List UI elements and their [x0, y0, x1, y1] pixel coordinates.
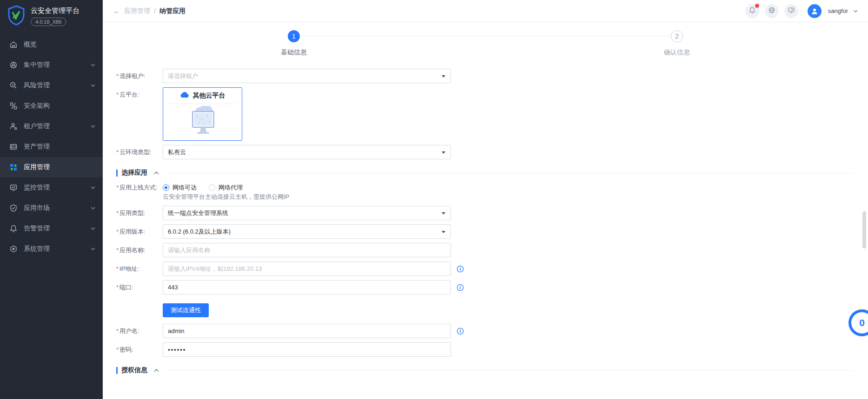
- app-name-row: *应用名称:: [116, 243, 854, 257]
- home-icon: [9, 40, 18, 49]
- chevron-down-icon: [91, 84, 95, 87]
- section-title: 选择应用: [121, 169, 147, 177]
- version-badge: 4.0.18_X86: [31, 18, 66, 26]
- user-menu-chevron-icon[interactable]: [854, 10, 858, 13]
- password-row: *密码:: [116, 342, 854, 357]
- vertical-scrollbar-thumb[interactable]: [862, 211, 866, 249]
- tenant-select[interactable]: 请选择租户: [163, 69, 451, 83]
- chevron-down-icon: [91, 125, 95, 128]
- info-icon[interactable]: [457, 265, 464, 273]
- sidebar-item-app-market[interactable]: 应用市场: [0, 198, 103, 218]
- tenant-label: *选择租户:: [116, 72, 163, 80]
- app-grid-icon: [9, 163, 18, 171]
- app-version-row: *应用版本: 6.0.2 (6.0.2及以上版本): [116, 224, 854, 239]
- app-name-input[interactable]: [163, 243, 451, 257]
- sidebar-item-label: 告警管理: [24, 224, 50, 233]
- market-shield-icon: [9, 204, 18, 212]
- app-version-label: *应用版本:: [116, 228, 163, 236]
- online-mode-hint: 云安全管理平台主动连接云主机，需提供公网IP: [163, 193, 854, 201]
- sidebar-item-asset-manage[interactable]: 资产管理: [0, 137, 103, 157]
- port-input[interactable]: [163, 280, 451, 294]
- notification-button[interactable]: [745, 4, 759, 18]
- app-root: 云安全管理平台 4.0.18_X86 概览 集中管理: [0, 0, 868, 399]
- username-row: *用户名:: [116, 324, 854, 338]
- collapse-chevron-up-icon[interactable]: [154, 171, 159, 175]
- risk-search-icon: [9, 81, 18, 90]
- app-version-select[interactable]: 6.0.2 (6.0.2及以上版本): [163, 224, 451, 239]
- test-connectivity-button[interactable]: 测试连通性: [163, 303, 209, 317]
- radio-network-proxy[interactable]: 网络代理: [209, 183, 243, 192]
- radio-selected-icon: [163, 184, 169, 191]
- step-1-circle: 1: [288, 30, 300, 42]
- sidebar-item-label: 安全架构: [24, 102, 50, 110]
- sidebar-item-tenant-manage[interactable]: 租户管理: [0, 116, 103, 137]
- sidebar-item-label: 风险管理: [24, 81, 50, 90]
- username-label[interactable]: sangfor: [828, 7, 848, 14]
- breadcrumb: ← 应用管理 / 纳管应用: [113, 7, 186, 15]
- sidebar-item-system-manage[interactable]: 系统管理: [0, 239, 103, 259]
- sidebar-item-label: 集中管理: [24, 61, 50, 69]
- sidebar-item-label: 应用管理: [24, 163, 50, 171]
- password-label: *密码:: [116, 346, 163, 354]
- sidebar-item-security-arch[interactable]: 安全架构: [0, 96, 103, 116]
- sidebar-item-overview[interactable]: 概览: [0, 34, 103, 55]
- required-asterisk: *: [116, 149, 119, 156]
- required-asterisk: *: [116, 265, 119, 272]
- radio-label: 网络可达: [172, 183, 197, 192]
- required-asterisk: *: [116, 91, 119, 98]
- section-title: 授权信息: [121, 366, 147, 374]
- sidebar-item-app-manage[interactable]: 应用管理: [0, 157, 103, 177]
- cloud-env-select[interactable]: 私有云: [163, 145, 451, 159]
- breadcrumb-current: 纳管应用: [159, 7, 186, 15]
- sidebar-item-alarm-manage[interactable]: 告警管理: [0, 218, 103, 239]
- password-input[interactable]: [163, 342, 451, 357]
- step-1-label: 基础信息: [261, 48, 326, 57]
- sidebar-item-central-manage[interactable]: 集中管理: [0, 55, 103, 75]
- console-button[interactable]: [784, 4, 798, 18]
- alarm-bell-icon: [9, 224, 18, 233]
- radio-unselected-icon: [209, 184, 215, 191]
- cloud-platform-label: *云平台:: [116, 91, 163, 99]
- username-input[interactable]: [163, 324, 451, 338]
- cloud-platform-row: *云平台: 其他云平台: [116, 87, 854, 141]
- cloud-monitor-illustration: [163, 106, 242, 137]
- sidebar-item-label: 系统管理: [24, 245, 50, 253]
- sidebar-item-label: 概览: [24, 40, 37, 49]
- back-arrow-icon[interactable]: ←: [113, 7, 120, 15]
- required-asterisk: *: [116, 72, 119, 79]
- select-caret-icon: [442, 212, 445, 215]
- monitor-chart-icon: [9, 183, 18, 192]
- section-select-app: 选择应用: [116, 169, 854, 177]
- other-cloud-platform-card[interactable]: 其他云平台: [163, 87, 242, 141]
- logo-area: 云安全管理平台 4.0.18_X86: [0, 0, 103, 31]
- app-title: 云安全管理平台: [31, 7, 80, 15]
- info-icon[interactable]: [457, 284, 464, 291]
- section-divider-line: [167, 370, 854, 371]
- language-button[interactable]: [765, 4, 779, 18]
- sidebar-item-monitor-manage[interactable]: 监控管理: [0, 177, 103, 198]
- info-icon[interactable]: [457, 327, 464, 335]
- app-name-label: *应用名称:: [116, 246, 163, 255]
- app-type-label: *应用类型:: [116, 209, 163, 217]
- online-mode-radio-group: 网络可达 网络代理: [163, 183, 243, 192]
- sidebar: 云安全管理平台 4.0.18_X86 概览 集中管理: [0, 0, 103, 399]
- collapse-chevron-up-icon[interactable]: [154, 369, 159, 372]
- test-connectivity-row: 测试连通性: [116, 299, 854, 324]
- chevron-down-icon: [91, 248, 95, 250]
- online-mode-label: *应用上线方式:: [116, 183, 163, 192]
- sidebar-item-label: 监控管理: [24, 183, 50, 192]
- section-accent-bar: [116, 170, 118, 177]
- notification-bell-icon: [749, 7, 756, 16]
- ip-input[interactable]: [163, 262, 451, 276]
- breadcrumb-parent[interactable]: 应用管理: [124, 7, 150, 15]
- ip-row: *IP地址:: [116, 262, 854, 276]
- required-asterisk: *: [116, 327, 119, 334]
- username-label: *用户名:: [116, 327, 163, 335]
- ip-label: *IP地址:: [116, 265, 163, 273]
- user-avatar-icon[interactable]: [808, 4, 822, 18]
- radio-network-reachable[interactable]: 网络可达: [163, 183, 197, 192]
- app-type-select[interactable]: 统一端点安全管理系统: [163, 206, 451, 220]
- select-caret-icon: [442, 75, 445, 78]
- required-asterisk: *: [116, 184, 119, 191]
- sidebar-item-risk-manage[interactable]: 风险管理: [0, 75, 103, 96]
